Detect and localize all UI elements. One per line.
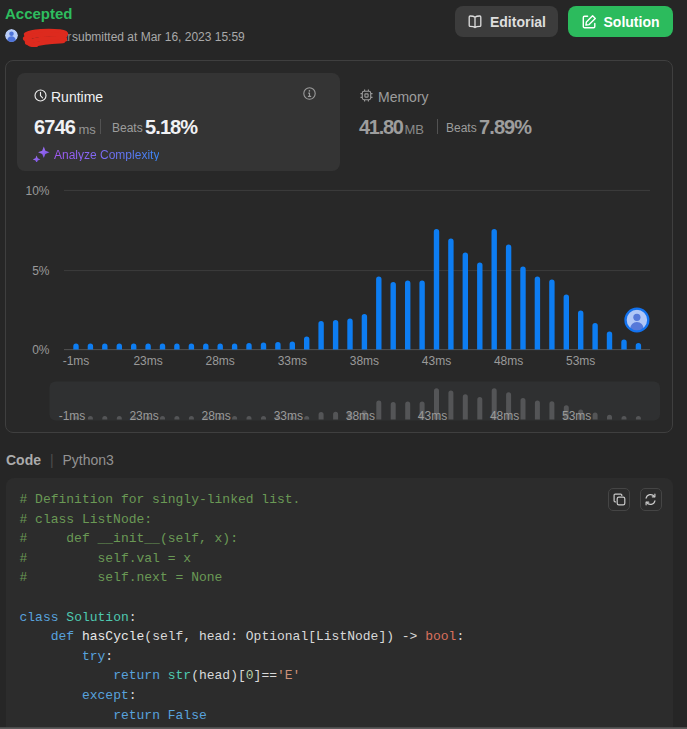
svg-text:48ms: 48ms (494, 354, 523, 368)
svg-text:23ms: 23ms (129, 409, 158, 423)
svg-text:43ms: 43ms (418, 409, 447, 423)
svg-text:53ms: 53ms (562, 409, 591, 423)
svg-text:10%: 10% (25, 184, 49, 198)
svg-text:0%: 0% (32, 343, 50, 357)
svg-text:28ms: 28ms (206, 354, 235, 368)
svg-text:53ms: 53ms (566, 354, 595, 368)
svg-text:48ms: 48ms (490, 409, 519, 423)
svg-text:38ms: 38ms (350, 354, 379, 368)
svg-text:33ms: 33ms (278, 354, 307, 368)
svg-text:38ms: 38ms (346, 409, 375, 423)
svg-text:5%: 5% (32, 264, 50, 278)
svg-text:-1ms: -1ms (63, 354, 90, 368)
svg-text:43ms: 43ms (422, 354, 451, 368)
svg-text:-1ms: -1ms (59, 409, 86, 423)
svg-text:23ms: 23ms (133, 354, 162, 368)
svg-text:33ms: 33ms (274, 409, 303, 423)
svg-text:28ms: 28ms (202, 409, 231, 423)
